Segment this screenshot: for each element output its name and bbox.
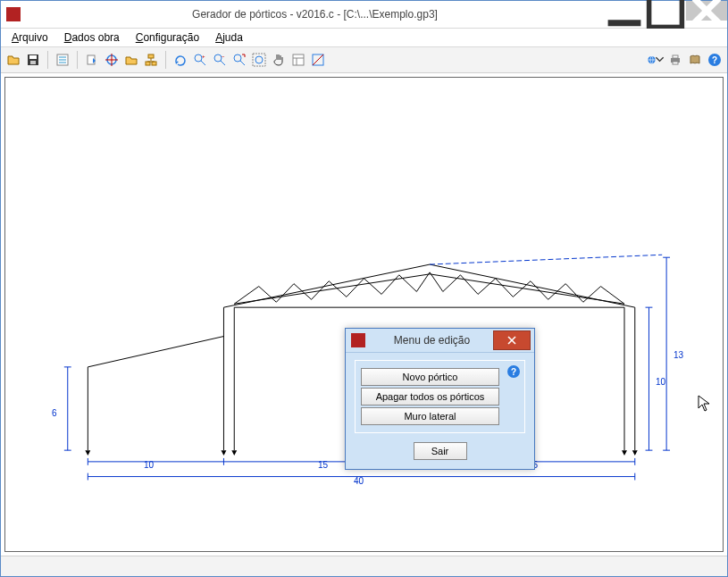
novo-portico-button[interactable]: Novo pórtico bbox=[361, 368, 499, 386]
title-buttons bbox=[604, 1, 727, 28]
globe-icon[interactable] bbox=[647, 51, 665, 69]
content-area: 10 15 15 40 6 10 13 Menu de edição bbox=[1, 73, 727, 556]
app-icon bbox=[6, 7, 21, 21]
svg-line-27 bbox=[240, 61, 245, 65]
zoom1-icon[interactable]: + bbox=[191, 51, 209, 69]
maximize-button[interactable] bbox=[645, 1, 686, 21]
svg-rect-38 bbox=[673, 62, 678, 64]
status-bar bbox=[1, 556, 727, 576]
svg-rect-5 bbox=[29, 55, 37, 59]
dialog-panel: ? Novo pórtico Apagar todos os pórticos … bbox=[355, 360, 525, 433]
mouse-cursor-icon bbox=[698, 395, 712, 413]
svg-line-42 bbox=[88, 337, 223, 367]
menu-arquivo[interactable]: Arquivo bbox=[4, 29, 55, 46]
svg-line-21 bbox=[201, 61, 205, 65]
svg-text:−: − bbox=[222, 54, 225, 59]
zoom2-icon[interactable]: − bbox=[211, 51, 229, 69]
dialog-app-icon bbox=[351, 333, 365, 347]
svg-point-20 bbox=[195, 54, 202, 62]
dim-13: 13 bbox=[674, 350, 683, 360]
minimize-button[interactable] bbox=[604, 1, 645, 21]
menu-ajuda[interactable]: Ajuda bbox=[208, 29, 250, 46]
svg-rect-1 bbox=[649, 0, 682, 27]
drawing-viewport[interactable]: 10 15 15 40 6 10 13 Menu de edição bbox=[4, 77, 724, 552]
toolbar: + − ? bbox=[1, 47, 727, 73]
portico-drawing bbox=[5, 78, 723, 551]
print-icon[interactable] bbox=[666, 51, 684, 69]
apagar-todos-button[interactable]: Apagar todos os pórticos bbox=[361, 388, 499, 406]
menu-arquivo-label: rquivo bbox=[19, 31, 48, 44]
menu-configuracao[interactable]: Configuração bbox=[129, 29, 206, 46]
close-button[interactable] bbox=[686, 1, 727, 21]
svg-rect-17 bbox=[152, 62, 156, 65]
dim-6: 6 bbox=[52, 408, 57, 418]
svg-rect-16 bbox=[146, 62, 150, 65]
save-icon[interactable] bbox=[24, 51, 42, 69]
sair-button[interactable]: Sair bbox=[414, 442, 467, 460]
svg-rect-15 bbox=[148, 54, 154, 58]
dialog-title-bar[interactable]: Menu de edição bbox=[346, 329, 534, 353]
dialog-close-button[interactable] bbox=[493, 330, 531, 350]
rebuild-icon[interactable] bbox=[172, 51, 189, 69]
measure-icon[interactable] bbox=[309, 51, 327, 69]
dim-10v: 10 bbox=[656, 377, 665, 387]
menu-bar: Arquivo Dados obra Configuração Ajuda bbox=[1, 29, 727, 47]
svg-line-50 bbox=[234, 274, 430, 304]
list-icon[interactable] bbox=[54, 51, 71, 69]
svg-rect-29 bbox=[253, 54, 265, 66]
layers-icon[interactable] bbox=[289, 51, 307, 69]
book-icon[interactable] bbox=[686, 51, 704, 69]
dialog-help-icon[interactable]: ? bbox=[506, 364, 521, 379]
menu-dados-obra[interactable]: Dados obra bbox=[57, 29, 127, 46]
dialog-title: Menu de edição bbox=[371, 334, 493, 347]
svg-line-51 bbox=[430, 274, 624, 304]
svg-text:+: + bbox=[202, 54, 205, 59]
pan-icon[interactable] bbox=[270, 51, 288, 69]
svg-rect-37 bbox=[673, 55, 678, 58]
svg-line-24 bbox=[221, 61, 225, 65]
title-bar: Gerador de pórticos - v2016.c - [C:\...\… bbox=[1, 1, 727, 29]
folder-icon[interactable] bbox=[122, 51, 140, 69]
open-icon[interactable] bbox=[4, 51, 22, 69]
help-icon[interactable]: ? bbox=[706, 51, 724, 69]
svg-point-26 bbox=[234, 54, 241, 62]
svg-point-23 bbox=[214, 54, 222, 62]
svg-text:?: ? bbox=[712, 55, 717, 65]
zoom3-icon[interactable] bbox=[230, 51, 248, 69]
dim-40: 40 bbox=[354, 476, 364, 486]
dim-15a: 15 bbox=[318, 460, 328, 470]
main-window: Gerador de pórticos - v2016.c - [C:\...\… bbox=[0, 0, 728, 577]
export-icon[interactable] bbox=[83, 51, 101, 69]
svg-line-34 bbox=[313, 54, 323, 65]
svg-point-28 bbox=[255, 56, 263, 63]
dim-10: 10 bbox=[144, 460, 154, 470]
muro-lateral-button[interactable]: Muro lateral bbox=[361, 407, 499, 425]
org-icon[interactable] bbox=[142, 51, 160, 69]
plan-icon[interactable] bbox=[103, 51, 121, 69]
zoom-fit-icon[interactable] bbox=[250, 51, 268, 69]
svg-rect-6 bbox=[30, 61, 36, 64]
window-title: Gerador de pórticos - v2016.c - [C:\...\… bbox=[26, 8, 604, 21]
svg-rect-30 bbox=[293, 54, 304, 65]
edit-menu-dialog: Menu de edição ? Novo pórtico Apagar tod… bbox=[345, 328, 535, 470]
svg-line-52 bbox=[430, 255, 662, 264]
svg-text:?: ? bbox=[511, 367, 516, 377]
